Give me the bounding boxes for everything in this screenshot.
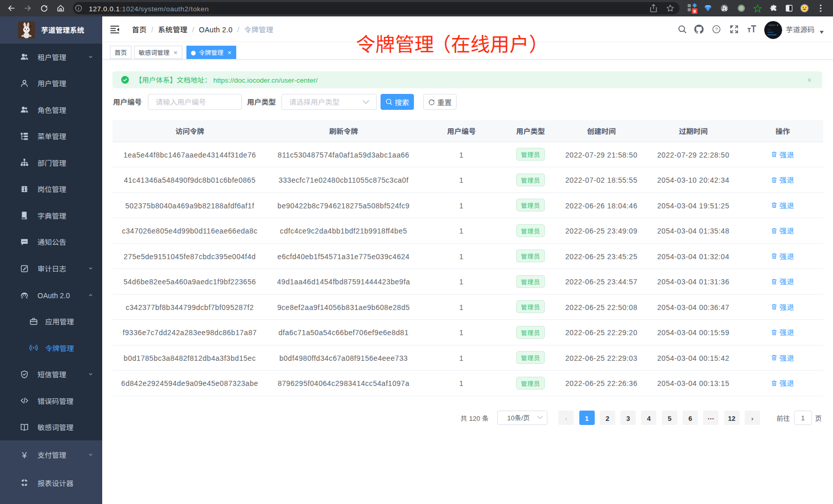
svg-text:9: 9 xyxy=(693,9,696,14)
svg-text:?: ? xyxy=(715,27,717,32)
